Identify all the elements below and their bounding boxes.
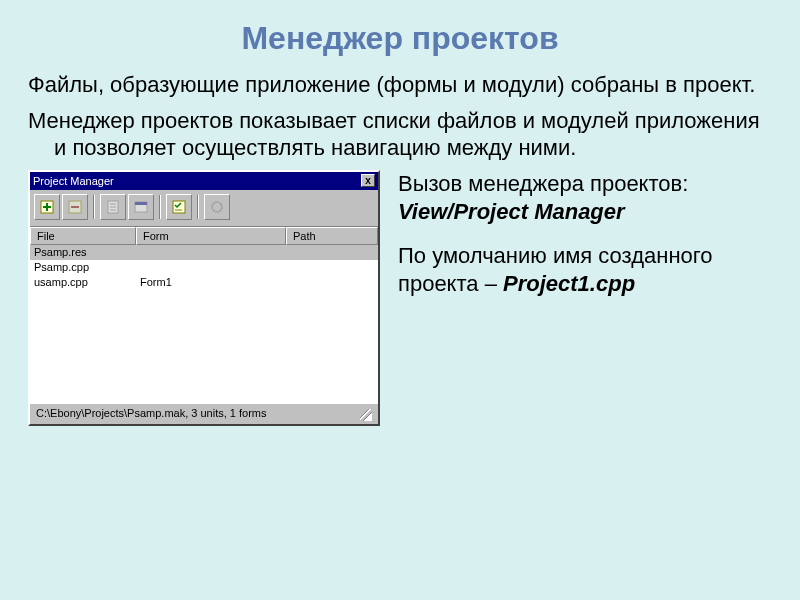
svg-rect-11 <box>173 201 185 213</box>
close-icon[interactable]: x <box>361 174 375 187</box>
window-titlebar[interactable]: Project Manager x <box>30 172 378 190</box>
form-icon <box>133 199 149 215</box>
column-headers: File Form Path <box>30 227 378 245</box>
cell-file: Psamp.res <box>30 245 136 260</box>
cell-path <box>286 260 378 275</box>
header-form[interactable]: Form <box>136 227 286 245</box>
checklist-icon <box>171 199 187 215</box>
table-row[interactable]: Psamp.cpp <box>30 260 378 275</box>
cell-form <box>136 245 286 260</box>
plus-icon <box>39 199 55 215</box>
toolbar-separator-3 <box>197 195 199 219</box>
document-icon <box>105 199 121 215</box>
intro-paragraph-2: Менеджер проектов показывает списки файл… <box>28 107 772 162</box>
default-project-name: Project1.cpp <box>503 271 635 296</box>
minus-icon <box>67 199 83 215</box>
call-label: Вызов менеджера проектов: <box>398 171 688 196</box>
add-button[interactable] <box>34 194 60 220</box>
options-button[interactable] <box>166 194 192 220</box>
remove-button[interactable] <box>62 194 88 220</box>
status-bar: C:\Ebony\Projects\Psamp.mak, 3 units, 1 … <box>30 403 378 424</box>
file-list[interactable]: Psamp.res Psamp.cpp usamp.cpp Form1 <box>30 245 378 403</box>
toolbar-separator <box>93 195 95 219</box>
status-text: C:\Ebony\Projects\Psamp.mak, 3 units, 1 … <box>36 407 266 421</box>
intro-paragraph-1: Файлы, образующие приложение (формы и мо… <box>28 71 772 99</box>
cell-form: Form1 <box>136 275 286 290</box>
cell-file: usamp.cpp <box>30 275 136 290</box>
update-button[interactable] <box>204 194 230 220</box>
refresh-icon <box>209 199 225 215</box>
menu-path: View/Project Manager <box>398 199 625 224</box>
project-manager-window: Project Manager x <box>28 170 380 426</box>
cell-form <box>136 260 286 275</box>
svg-rect-4 <box>71 206 79 208</box>
header-path[interactable]: Path <box>286 227 378 245</box>
side-text: Вызов менеджера проектов: View/Project M… <box>398 170 772 426</box>
toolbar-separator-2 <box>159 195 161 219</box>
cell-path <box>286 245 378 260</box>
svg-rect-10 <box>135 202 147 205</box>
resize-grip-icon[interactable] <box>358 407 372 421</box>
view-form-button[interactable] <box>128 194 154 220</box>
view-unit-button[interactable] <box>100 194 126 220</box>
svg-rect-2 <box>43 206 51 208</box>
table-row[interactable]: usamp.cpp Form1 <box>30 275 378 290</box>
cell-file: Psamp.cpp <box>30 260 136 275</box>
toolbar <box>30 190 378 227</box>
window-title: Project Manager <box>33 175 114 187</box>
cell-path <box>286 275 378 290</box>
header-file[interactable]: File <box>30 227 136 245</box>
slide-title: Менеджер проектов <box>28 20 772 57</box>
table-row[interactable]: Psamp.res <box>30 245 378 260</box>
